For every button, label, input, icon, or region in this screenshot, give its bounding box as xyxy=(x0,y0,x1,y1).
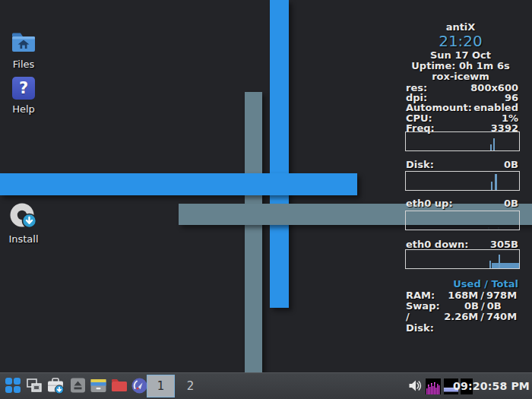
package-installer-button[interactable] xyxy=(46,378,65,395)
conky-uptime: Uptime: 0h 1m 6s xyxy=(401,60,520,71)
antix-menu-icon xyxy=(5,377,21,397)
usage-row-swap: Swap: 0B / 0B xyxy=(401,300,520,312)
usage-row-ram: RAM: 168M / 978M xyxy=(401,290,520,301)
web-browser-icon xyxy=(131,378,147,397)
archive-drawer-icon xyxy=(90,378,107,397)
desktop-icon-files[interactable]: Files xyxy=(0,30,47,70)
workspace-button-1[interactable]: 1 xyxy=(147,375,175,397)
eth0-up-graph xyxy=(405,211,520,230)
disk-graph xyxy=(405,171,520,191)
web-browser-button[interactable] xyxy=(130,378,148,395)
volume-icon xyxy=(408,379,423,395)
help-question-icon: ? xyxy=(12,77,35,100)
rox-filer-button[interactable] xyxy=(110,378,128,395)
stripe-blue-horizontal xyxy=(0,173,357,195)
window-list-button[interactable] xyxy=(25,378,43,395)
eth0-up-tick xyxy=(498,227,499,230)
files-label: Files xyxy=(0,59,47,70)
eth0-down-fill xyxy=(492,263,519,268)
freq-graph xyxy=(405,131,520,151)
archive-drawer-button[interactable] xyxy=(89,378,107,395)
help-label: Help xyxy=(0,103,47,115)
cpu-monitor-applet[interactable] xyxy=(426,378,441,394)
conky-distro: antiX xyxy=(401,21,520,33)
usage-row-disk: / Disk: 2.26M / 740M xyxy=(401,311,520,334)
conky-clock: 21:20 xyxy=(401,32,520,50)
usage-header: Used / Total xyxy=(401,278,520,290)
volume-button[interactable] xyxy=(407,378,423,395)
antix-menu-button[interactable] xyxy=(4,378,22,395)
freq-graph-bar xyxy=(493,138,495,150)
install-label: Install xyxy=(0,233,47,245)
package-installer-icon xyxy=(46,377,65,397)
conky-eth0-down-row: eth0 down:305B xyxy=(401,239,520,250)
files-folder-icon xyxy=(0,30,47,55)
taskbar-clock: 09:20:58 PM xyxy=(453,373,530,399)
freq-graph-bar xyxy=(490,144,492,150)
conky-stat-automount: Automount:enabled xyxy=(401,102,520,113)
eth0-down-bar xyxy=(499,255,500,268)
desktop-icon-install[interactable]: Install xyxy=(0,202,47,245)
conky-disk-row: Disk:0B xyxy=(401,159,520,170)
eth0-down-graph xyxy=(405,249,520,269)
window-list-icon xyxy=(26,377,43,397)
workspace-button-2[interactable]: 2 xyxy=(176,375,204,397)
desktop-icon-help[interactable]: ? Help xyxy=(0,77,47,115)
eth0-down-bar xyxy=(489,261,491,268)
stripe-gray-vertical xyxy=(245,92,262,373)
cpu-monitor-bars xyxy=(426,378,441,394)
conky-session: rox-icewm xyxy=(401,71,520,82)
eth0-up-tick xyxy=(488,227,489,230)
eject-icon xyxy=(70,377,86,397)
workspace-1-label: 1 xyxy=(157,379,165,393)
eject-button[interactable] xyxy=(68,378,87,395)
red-folder-icon xyxy=(110,378,128,396)
disk-graph-bar xyxy=(495,174,497,190)
conky-eth0-up-row: eth0 up:0B xyxy=(401,198,520,209)
stripe-blue-vertical xyxy=(270,0,289,308)
install-disc-icon xyxy=(0,202,47,230)
disk-graph-bar xyxy=(491,182,492,190)
conky-monitor: antiX 21:20 Sun 17 Oct Uptime: 0h 1m 6s … xyxy=(401,18,520,322)
taskbar: 1 2 xyxy=(0,372,532,399)
conky-date: Sun 17 Oct xyxy=(401,49,520,61)
workspace-2-label: 2 xyxy=(187,379,195,393)
